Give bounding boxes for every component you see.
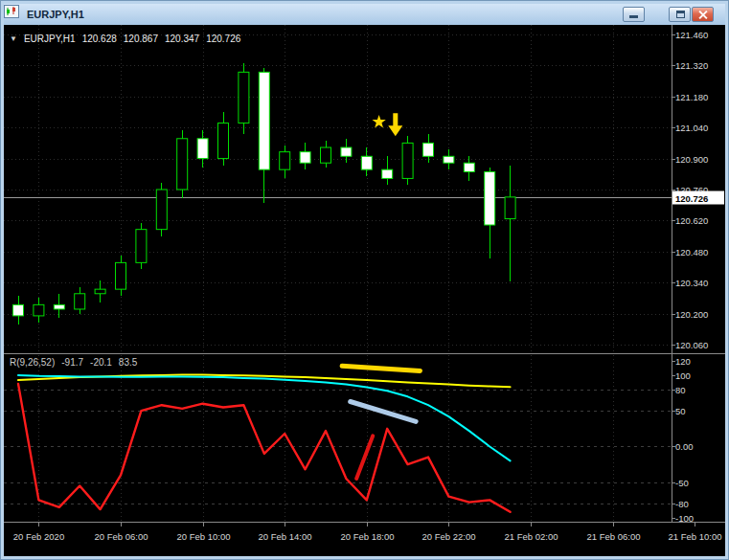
time-axis-label: 20 Feb 2020 bbox=[13, 531, 64, 542]
price-axis-label: 121.180 bbox=[675, 92, 708, 102]
candlestick bbox=[197, 139, 208, 159]
candlestick bbox=[54, 304, 64, 309]
indicator-value-slow: -20.1 bbox=[90, 357, 112, 368]
application-window: EURJPY,H1 20 Feb 202020 Feb 06:0020 Feb … bbox=[0, 0, 729, 560]
indicator-value-fast: -91.7 bbox=[61, 357, 83, 368]
candlestick bbox=[341, 147, 352, 156]
candlestick bbox=[156, 190, 167, 230]
candlestick bbox=[95, 289, 105, 294]
candlestick bbox=[485, 171, 495, 225]
candlestick bbox=[444, 156, 454, 163]
indicator-axis-label: 80 bbox=[675, 385, 686, 395]
restore-button[interactable] bbox=[669, 7, 691, 22]
close-icon bbox=[693, 8, 713, 21]
price-axis-label: 121.040 bbox=[675, 123, 708, 133]
time-axis-label: 20 Feb 06:00 bbox=[95, 531, 148, 542]
time-axis-label: 21 Feb 02:00 bbox=[505, 531, 558, 542]
ohlc-high: 120.867 bbox=[124, 34, 158, 44]
window-title: EURJPY,H1 bbox=[27, 9, 84, 20]
symbol-marker-icon: ▼ bbox=[10, 34, 17, 43]
candlestick bbox=[361, 156, 372, 169]
minimize-button[interactable] bbox=[623, 7, 645, 22]
candlestick bbox=[116, 262, 126, 289]
chart-background bbox=[4, 25, 725, 556]
candlestick bbox=[259, 72, 269, 169]
indicator-axis-label: 0.00 bbox=[675, 441, 694, 452]
time-axis-label: 20 Feb 10:00 bbox=[177, 531, 231, 542]
titlebar[interactable]: EURJPY,H1 bbox=[4, 4, 725, 25]
candlestick bbox=[402, 143, 413, 178]
chart-area: 20 Feb 202020 Feb 06:0020 Feb 10:0020 Fe… bbox=[4, 25, 725, 556]
indicator-name: R(9,26,52) bbox=[10, 357, 55, 368]
price-axis-label: 120.200 bbox=[675, 309, 708, 320]
price-axis-label: 121.320 bbox=[675, 60, 708, 71]
candlestick bbox=[321, 147, 331, 163]
time-axis-label: 20 Feb 22:00 bbox=[422, 531, 476, 542]
app-icon-image bbox=[4, 4, 19, 19]
close-button[interactable] bbox=[692, 7, 714, 22]
indicator-axis-label: -80 bbox=[675, 499, 689, 509]
candlestick bbox=[136, 230, 147, 263]
ohlc-symbol: EURJPY,H1 bbox=[24, 34, 76, 44]
time-axis-label: 21 Feb 10:00 bbox=[669, 531, 722, 542]
minimize-icon bbox=[629, 15, 638, 18]
indicator-value-signal: 83.5 bbox=[119, 357, 137, 368]
indicator-axis-label: -100 bbox=[675, 513, 694, 524]
chart-canvas[interactable]: 20 Feb 202020 Feb 06:0020 Feb 10:0020 Fe… bbox=[4, 25, 725, 556]
app-icon bbox=[7, 7, 22, 22]
price-axis-label: 120.480 bbox=[675, 247, 708, 258]
current-price-tag-label: 120.726 bbox=[675, 193, 708, 204]
candlestick bbox=[13, 304, 24, 316]
ohlc-low: 120.347 bbox=[165, 34, 199, 44]
indicator-axis-label: 100 bbox=[675, 370, 691, 381]
candlestick bbox=[34, 304, 44, 316]
price-axis-label: 120.340 bbox=[675, 278, 708, 288]
candlestick bbox=[75, 294, 85, 309]
candlestick bbox=[177, 139, 188, 190]
price-axis-label: 120.900 bbox=[675, 154, 708, 165]
candlestick bbox=[382, 169, 393, 178]
candlestick bbox=[239, 72, 249, 123]
candlestick bbox=[464, 163, 474, 171]
time-axis-label: 20 Feb 14:00 bbox=[259, 531, 312, 542]
price-axis-label: 121.460 bbox=[675, 30, 708, 40]
candlestick bbox=[280, 152, 290, 170]
indicator-axis-label: 120 bbox=[675, 356, 691, 367]
indicator-axis-label: -50 bbox=[675, 478, 689, 488]
ohlc-close: 120.726 bbox=[206, 34, 240, 44]
price-axis-label: 120.060 bbox=[675, 340, 708, 350]
restore-icon bbox=[676, 11, 685, 18]
ohlc-header: ▼ EURJPY,H1 120.628 120.867 120.347 120.… bbox=[10, 34, 240, 44]
candlestick bbox=[505, 197, 515, 219]
candlestick bbox=[423, 143, 434, 156]
candlestick bbox=[218, 123, 229, 159]
time-axis-label: 21 Feb 06:00 bbox=[587, 531, 641, 542]
indicator-header: R(9,26,52) -91.7 -20.1 83.5 bbox=[10, 357, 137, 368]
time-axis-label: 20 Feb 18:00 bbox=[341, 531, 395, 542]
price-axis-label: 120.620 bbox=[675, 215, 708, 226]
indicator-axis-label: 50 bbox=[675, 406, 686, 416]
ohlc-open: 120.628 bbox=[82, 34, 117, 44]
candlestick bbox=[300, 152, 310, 164]
